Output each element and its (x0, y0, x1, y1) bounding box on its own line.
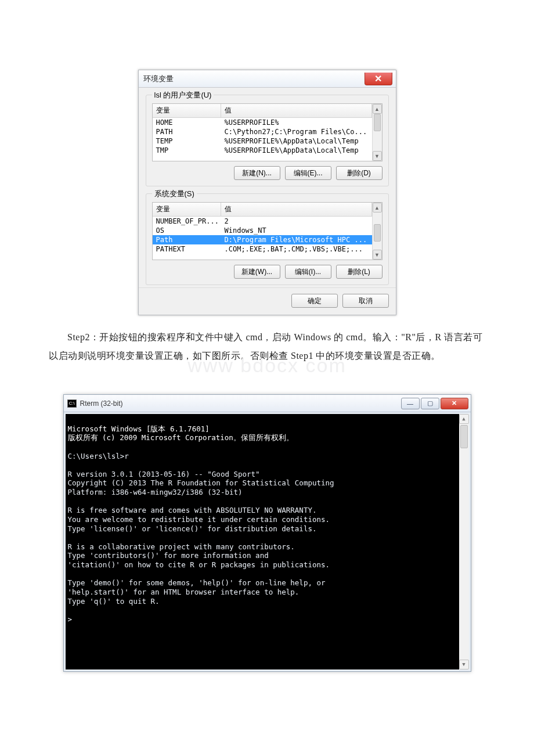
cmd-line (68, 442, 457, 452)
env-vars-dialog: 环境变量 ✕ lsl 的用户变量(U) 变量 值 HOME%USERPROFIL… (138, 70, 396, 315)
minimize-icon: — (407, 400, 413, 407)
user-delete-button[interactable]: 删除(D) (336, 166, 383, 180)
var-cell: NUMBER_OF_PR... (153, 217, 221, 226)
maximize-button[interactable]: ▢ (421, 398, 439, 409)
cmd-line (68, 533, 457, 542)
cmd-line: Type 'contributors()' for more informati… (68, 551, 457, 560)
ok-button[interactable]: 确定 (291, 294, 338, 308)
scroll-track[interactable] (373, 213, 382, 250)
cmd-line: Type 'demo()' for some demos, 'help()' f… (68, 578, 457, 588)
user-list-header: 变量 值 (153, 104, 372, 118)
table-row[interactable]: NUMBER_OF_PR...2 (153, 217, 372, 226)
var-cell: HOME (153, 118, 221, 127)
val-cell: D:\Program Files\Microsoft HPC ... (221, 235, 372, 244)
cmd-icon: C:\ (67, 399, 77, 408)
user-vars-list[interactable]: 变量 值 HOME%USERPROFILE%PATHC:\Python27;C:… (152, 103, 383, 161)
env-dialog-titlebar: 环境变量 ✕ (139, 70, 396, 88)
var-cell: PATHEXT (153, 244, 221, 254)
table-row[interactable]: PATHC:\Python27;C:\Program Files\Co... (153, 127, 372, 136)
cmd-window: C:\ Rterm (32-bit) — ▢ ✕ Microsoft Windo… (63, 394, 471, 672)
user-vars-group: lsl 的用户变量(U) 变量 值 HOME%USERPROFILE%PATHC… (146, 95, 389, 186)
table-row[interactable]: TMP%USERPROFILE%\AppData\Local\Temp (153, 146, 372, 155)
cmd-line: Type 'q()' to quit R. (68, 597, 457, 606)
cmd-line: R is a collaborative project with many c… (68, 542, 457, 552)
col-value: 值 (221, 104, 372, 117)
scroll-up-icon[interactable]: ▲ (459, 414, 469, 424)
cmd-line: Microsoft Windows [版本 6.1.7601] (68, 424, 457, 434)
user-edit-button[interactable]: 编辑(E)... (285, 166, 331, 180)
table-row[interactable]: PathD:\Program Files\Microsoft HPC ... (153, 235, 372, 244)
cmd-line: Type 'license()' or 'licence()' for dist… (68, 524, 457, 534)
scroll-down-icon[interactable]: ▼ (373, 250, 382, 260)
cmd-line: > (68, 615, 457, 624)
cmd-title: Rterm (32-bit) (80, 399, 123, 408)
window-controls: — ▢ ✕ (401, 398, 471, 409)
cmd-titlebar: C:\ Rterm (32-bit) — ▢ ✕ (64, 395, 471, 412)
val-cell: %USERPROFILE%\AppData\Local\Temp (221, 146, 372, 155)
cmd-line (68, 497, 457, 506)
scroll-thumb[interactable] (374, 114, 381, 131)
cmd-output[interactable]: Microsoft Windows [版本 6.1.7601]版权所有 (c) … (66, 414, 469, 669)
val-cell: %USERPROFILE%\AppData\Local\Temp (221, 136, 372, 146)
instruction-paragraph: Step2：开始按钮的搜索程序和文件中键入 cmd，启动 Windows 的 c… (49, 328, 485, 365)
scroll-down-icon[interactable]: ▼ (459, 660, 469, 669)
system-new-button[interactable]: 新建(W)... (234, 265, 280, 279)
scroll-thumb[interactable] (460, 425, 468, 448)
cmd-line: R is free software and comes with ABSOLU… (68, 506, 457, 515)
cmd-line (68, 460, 457, 470)
scroll-track[interactable] (373, 114, 382, 151)
scroll-down-icon[interactable]: ▼ (373, 151, 382, 161)
val-cell: C:\Python27;C:\Program Files\Co... (221, 127, 372, 136)
var-cell: TMP (153, 146, 221, 155)
system-list-header: 变量 值 (153, 203, 372, 217)
cmd-line (68, 570, 457, 579)
scroll-thumb[interactable] (374, 224, 381, 242)
cancel-button[interactable]: 取消 (342, 294, 389, 308)
close-icon: ✕ (374, 73, 382, 84)
user-button-row: 新建(N)... 编辑(E)... 删除(D) (152, 166, 383, 180)
env-dialog-title: 环境变量 (143, 74, 174, 84)
val-cell: .COM;.EXE;.BAT;.CMD;.VBS;.VBE;... (221, 244, 372, 254)
var-cell: OS (153, 226, 221, 235)
cmd-scrollbar[interactable]: ▲ ▼ (459, 414, 469, 669)
cmd-close-button[interactable]: ✕ (441, 398, 468, 409)
scroll-up-icon[interactable]: ▲ (373, 104, 382, 114)
cmd-line: 'citation()' on how to cite R or R packa… (68, 560, 457, 570)
system-scrollbar[interactable]: ▲ ▼ (372, 203, 382, 260)
col-value: 值 (221, 203, 372, 216)
cmd-line: R version 3.0.1 (2013-05-16) -- "Good Sp… (68, 470, 457, 479)
var-cell: Path (153, 235, 221, 244)
maximize-icon: ▢ (427, 399, 433, 407)
user-scrollbar[interactable]: ▲ ▼ (372, 104, 382, 161)
user-group-label: lsl 的用户变量(U) (152, 90, 214, 100)
scroll-up-icon[interactable]: ▲ (373, 203, 382, 213)
col-variable: 变量 (153, 203, 221, 216)
minimize-button[interactable]: — (401, 398, 420, 409)
cmd-line: 'help.start()' for an HTML browser inter… (68, 588, 457, 597)
table-row[interactable]: TEMP%USERPROFILE%\AppData\Local\Temp (153, 136, 372, 146)
cmd-line: C:\Users\lsl>r (68, 452, 457, 461)
close-icon: ✕ (452, 399, 457, 407)
cmd-line: 版权所有 (c) 2009 Microsoft Corporation。保留所有… (68, 433, 457, 442)
var-cell: PATH (153, 127, 221, 136)
close-button[interactable]: ✕ (365, 73, 392, 85)
system-edit-button[interactable]: 编辑(I)... (285, 265, 331, 279)
system-vars-list[interactable]: 变量 值 NUMBER_OF_PR...2OSWindows_NTPathD:\… (152, 202, 383, 260)
system-button-row: 新建(W)... 编辑(I)... 删除(L) (152, 265, 383, 279)
var-cell: TEMP (153, 136, 221, 146)
user-new-button[interactable]: 新建(N)... (234, 166, 280, 180)
table-row[interactable]: PATHEXT.COM;.EXE;.BAT;.CMD;.VBS;.VBE;... (153, 244, 372, 254)
table-row[interactable]: OSWindows_NT (153, 226, 372, 235)
val-cell: %USERPROFILE% (221, 118, 372, 127)
scroll-track[interactable] (459, 424, 469, 660)
table-row[interactable]: HOME%USERPROFILE% (153, 118, 372, 127)
system-delete-button[interactable]: 删除(L) (336, 265, 383, 279)
system-vars-group: 系统变量(S) 变量 值 NUMBER_OF_PR...2OSWindows_N… (146, 193, 389, 285)
val-cell: 2 (221, 217, 372, 226)
val-cell: Windows_NT (221, 226, 372, 235)
cmd-line: Platform: i386-w64-mingw32/i386 (32-bit) (68, 488, 457, 497)
cmd-line (68, 606, 457, 615)
col-variable: 变量 (153, 104, 221, 117)
dialog-footer: 确定 取消 (139, 287, 396, 315)
cmd-line: You are welcome to redistribute it under… (68, 515, 457, 524)
